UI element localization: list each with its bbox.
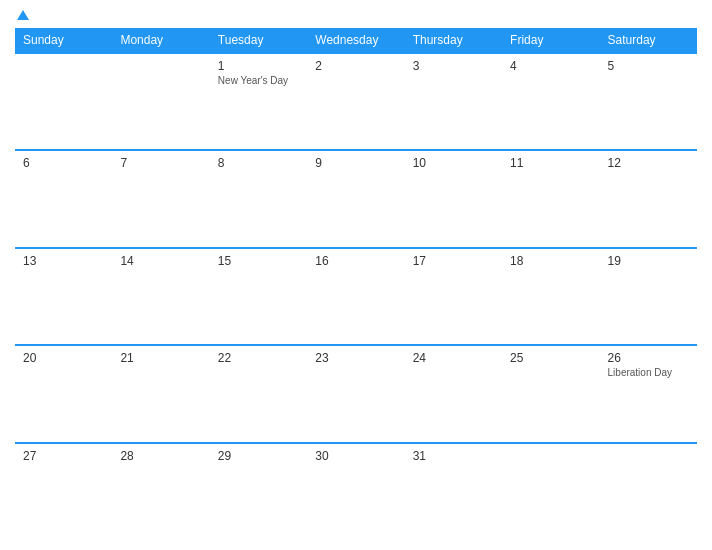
day-number: 28 [120, 449, 201, 463]
calendar-cell: 3 [405, 53, 502, 150]
calendar-cell: 25 [502, 345, 599, 442]
day-number: 27 [23, 449, 104, 463]
day-number: 23 [315, 351, 396, 365]
calendar-cell: 10 [405, 150, 502, 247]
calendar-cell: 22 [210, 345, 307, 442]
calendar-cell: 13 [15, 248, 112, 345]
calendar-cell: 5 [600, 53, 697, 150]
calendar-cell: 28 [112, 443, 209, 540]
day-number: 6 [23, 156, 104, 170]
calendar-header-row: SundayMondayTuesdayWednesdayThursdayFrid… [15, 28, 697, 53]
day-number: 29 [218, 449, 299, 463]
week-row-2: 13141516171819 [15, 248, 697, 345]
calendar-cell: 17 [405, 248, 502, 345]
day-number: 19 [608, 254, 689, 268]
calendar-cell: 4 [502, 53, 599, 150]
calendar-container: SundayMondayTuesdayWednesdayThursdayFrid… [0, 0, 712, 550]
day-number: 18 [510, 254, 591, 268]
weekday-header-tuesday: Tuesday [210, 28, 307, 53]
calendar-header [15, 10, 697, 20]
weekday-header-wednesday: Wednesday [307, 28, 404, 53]
calendar-cell: 19 [600, 248, 697, 345]
week-row-0: 1New Year's Day2345 [15, 53, 697, 150]
logo [15, 10, 29, 20]
day-number: 24 [413, 351, 494, 365]
calendar-cell [15, 53, 112, 150]
calendar-cell: 15 [210, 248, 307, 345]
calendar-table: SundayMondayTuesdayWednesdayThursdayFrid… [15, 28, 697, 540]
holiday-name: New Year's Day [218, 75, 299, 86]
weekday-header-sunday: Sunday [15, 28, 112, 53]
holiday-name: Liberation Day [608, 367, 689, 378]
day-number: 12 [608, 156, 689, 170]
calendar-cell: 21 [112, 345, 209, 442]
day-number: 17 [413, 254, 494, 268]
calendar-cell: 9 [307, 150, 404, 247]
calendar-cell: 2 [307, 53, 404, 150]
weekday-header-monday: Monday [112, 28, 209, 53]
calendar-body: 1New Year's Day2345678910111213141516171… [15, 53, 697, 540]
day-number: 1 [218, 59, 299, 73]
logo-triangle-icon [17, 10, 29, 20]
day-number: 15 [218, 254, 299, 268]
day-number: 31 [413, 449, 494, 463]
day-number: 11 [510, 156, 591, 170]
calendar-cell: 11 [502, 150, 599, 247]
calendar-cell: 26Liberation Day [600, 345, 697, 442]
calendar-cell: 14 [112, 248, 209, 345]
calendar-cell: 6 [15, 150, 112, 247]
day-number: 20 [23, 351, 104, 365]
weekday-header-thursday: Thursday [405, 28, 502, 53]
calendar-cell [600, 443, 697, 540]
calendar-cell: 27 [15, 443, 112, 540]
day-number: 10 [413, 156, 494, 170]
calendar-cell: 31 [405, 443, 502, 540]
day-number: 4 [510, 59, 591, 73]
day-number: 16 [315, 254, 396, 268]
day-number: 5 [608, 59, 689, 73]
day-number: 25 [510, 351, 591, 365]
calendar-cell: 23 [307, 345, 404, 442]
calendar-cell: 18 [502, 248, 599, 345]
day-number: 8 [218, 156, 299, 170]
day-number: 21 [120, 351, 201, 365]
day-number: 13 [23, 254, 104, 268]
calendar-cell: 1New Year's Day [210, 53, 307, 150]
weekday-header-saturday: Saturday [600, 28, 697, 53]
day-number: 30 [315, 449, 396, 463]
calendar-cell: 7 [112, 150, 209, 247]
day-number: 2 [315, 59, 396, 73]
week-row-3: 20212223242526Liberation Day [15, 345, 697, 442]
calendar-cell: 20 [15, 345, 112, 442]
calendar-cell [502, 443, 599, 540]
calendar-cell [112, 53, 209, 150]
calendar-cell: 12 [600, 150, 697, 247]
day-number: 26 [608, 351, 689, 365]
calendar-cell: 8 [210, 150, 307, 247]
day-number: 3 [413, 59, 494, 73]
day-number: 9 [315, 156, 396, 170]
calendar-cell: 29 [210, 443, 307, 540]
week-row-4: 2728293031 [15, 443, 697, 540]
day-number: 22 [218, 351, 299, 365]
calendar-cell: 30 [307, 443, 404, 540]
weekday-header-friday: Friday [502, 28, 599, 53]
day-number: 14 [120, 254, 201, 268]
weekday-header-row: SundayMondayTuesdayWednesdayThursdayFrid… [15, 28, 697, 53]
day-number: 7 [120, 156, 201, 170]
calendar-cell: 24 [405, 345, 502, 442]
week-row-1: 6789101112 [15, 150, 697, 247]
calendar-cell: 16 [307, 248, 404, 345]
